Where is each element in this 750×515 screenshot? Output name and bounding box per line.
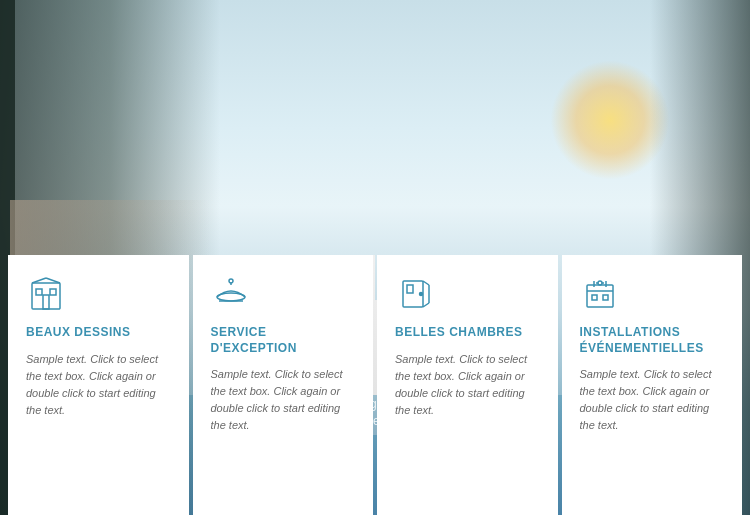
svg-rect-2 [50, 289, 56, 295]
card-title-beaux-dessins: BEAUX DESSINS [26, 325, 171, 341]
svg-rect-16 [587, 285, 613, 307]
svg-point-12 [420, 293, 423, 296]
hotel-icon [26, 275, 66, 315]
svg-point-8 [229, 279, 233, 283]
card-title-service: SERVICE D'EXCEPTION [211, 325, 356, 356]
event-icon [580, 275, 620, 315]
card-beaux-dessins[interactable]: BEAUX DESSINS Sample text. Click to sele… [8, 255, 189, 515]
svg-rect-11 [407, 285, 413, 293]
svg-line-14 [423, 303, 429, 307]
svg-rect-21 [603, 295, 608, 300]
card-text-beaux-dessins: Sample text. Click to select the text bo… [26, 351, 171, 419]
svg-line-13 [423, 281, 429, 285]
card-text-service: Sample text. Click to select the text bo… [211, 366, 356, 434]
svg-rect-3 [43, 295, 49, 309]
svg-rect-1 [36, 289, 42, 295]
card-belles-chambres[interactable]: BELLES CHAMBRES Sample text. Click to se… [377, 255, 558, 515]
svg-rect-20 [592, 295, 597, 300]
room-icon [395, 275, 435, 315]
card-installations[interactable]: INSTALLATIONS ÉVÉNEMENTIELLES Sample tex… [562, 255, 743, 515]
card-title-chambres: BELLES CHAMBRES [395, 325, 540, 341]
svg-point-22 [598, 281, 602, 285]
service-icon [211, 275, 251, 315]
card-text-installations: Sample text. Click to select the text bo… [580, 366, 725, 434]
svg-rect-0 [32, 283, 60, 309]
card-title-installations: INSTALLATIONS ÉVÉNEMENTIELLES [580, 325, 725, 356]
card-service-exception[interactable]: SERVICE D'EXCEPTION Sample text. Click t… [193, 255, 374, 515]
pool-chairs-decoration [10, 200, 210, 260]
card-text-chambres: Sample text. Click to select the text bo… [395, 351, 540, 419]
feature-cards: BEAUX DESSINS Sample text. Click to sele… [0, 255, 750, 515]
